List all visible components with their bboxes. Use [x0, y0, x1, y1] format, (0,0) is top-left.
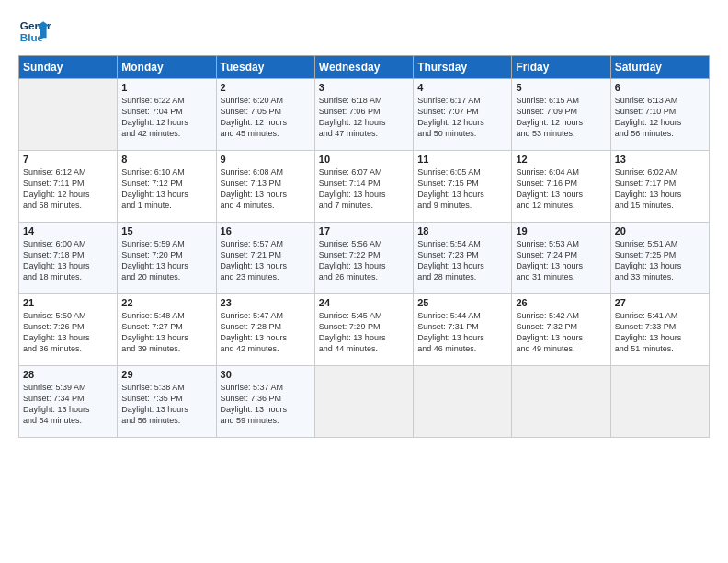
day-details: Sunrise: 5:57 AM Sunset: 7:21 PM Dayligh… [221, 238, 311, 283]
day-details: Sunrise: 5:38 AM Sunset: 7:35 PM Dayligh… [121, 382, 211, 427]
weekday-header-saturday: Saturday [610, 56, 709, 79]
day-details: Sunrise: 5:59 AM Sunset: 7:20 PM Dayligh… [121, 238, 211, 283]
day-number: 18 [417, 225, 507, 236]
calendar-cell: 11Sunrise: 6:05 AM Sunset: 7:15 PM Dayli… [414, 151, 512, 223]
calendar-cell: 26Sunrise: 5:42 AM Sunset: 7:32 PM Dayli… [512, 294, 610, 366]
calendar-cell: 2Sunrise: 6:20 AM Sunset: 7:05 PM Daylig… [216, 79, 314, 151]
day-details: Sunrise: 6:17 AM Sunset: 7:07 PM Dayligh… [417, 95, 507, 140]
calendar-cell: 5Sunrise: 6:15 AM Sunset: 7:09 PM Daylig… [512, 79, 610, 151]
calendar-cell: 30Sunrise: 5:37 AM Sunset: 7:36 PM Dayli… [216, 366, 314, 438]
weekday-header-row: SundayMondayTuesdayWednesdayThursdayFrid… [19, 56, 710, 79]
calendar-week-2: 7Sunrise: 6:12 AM Sunset: 7:11 PM Daylig… [19, 151, 710, 223]
day-number: 23 [221, 297, 311, 308]
day-number: 15 [121, 225, 211, 236]
calendar-cell: 15Sunrise: 5:59 AM Sunset: 7:20 PM Dayli… [118, 223, 216, 294]
day-number: 3 [319, 82, 409, 93]
calendar-cell: 18Sunrise: 5:54 AM Sunset: 7:23 PM Dayli… [414, 223, 512, 294]
day-details: Sunrise: 6:10 AM Sunset: 7:12 PM Dayligh… [121, 167, 211, 212]
day-details: Sunrise: 6:02 AM Sunset: 7:17 PM Dayligh… [615, 167, 705, 212]
day-number: 30 [221, 369, 311, 380]
day-details: Sunrise: 5:45 AM Sunset: 7:29 PM Dayligh… [319, 310, 409, 355]
day-number: 13 [615, 154, 705, 165]
day-details: Sunrise: 5:42 AM Sunset: 7:32 PM Dayligh… [516, 310, 606, 355]
day-number: 27 [615, 297, 705, 308]
day-number: 8 [121, 154, 211, 165]
day-details: Sunrise: 6:13 AM Sunset: 7:10 PM Dayligh… [615, 95, 705, 140]
day-details: Sunrise: 6:15 AM Sunset: 7:09 PM Dayligh… [516, 95, 606, 140]
day-number: 26 [516, 297, 606, 308]
day-details: Sunrise: 5:53 AM Sunset: 7:24 PM Dayligh… [516, 238, 606, 283]
day-details: Sunrise: 5:37 AM Sunset: 7:36 PM Dayligh… [221, 382, 311, 427]
calendar-cell: 23Sunrise: 5:47 AM Sunset: 7:28 PM Dayli… [216, 294, 314, 366]
day-details: Sunrise: 5:54 AM Sunset: 7:23 PM Dayligh… [417, 238, 507, 283]
day-details: Sunrise: 6:12 AM Sunset: 7:11 PM Dayligh… [23, 167, 113, 212]
day-details: Sunrise: 6:20 AM Sunset: 7:05 PM Dayligh… [221, 95, 311, 140]
day-details: Sunrise: 6:05 AM Sunset: 7:15 PM Dayligh… [417, 167, 507, 212]
day-number: 9 [221, 154, 311, 165]
logo: General Blue [18, 15, 51, 48]
day-number: 10 [319, 154, 409, 165]
day-number: 24 [319, 297, 409, 308]
calendar-week-4: 21Sunrise: 5:50 AM Sunset: 7:26 PM Dayli… [19, 294, 710, 366]
day-details: Sunrise: 5:48 AM Sunset: 7:27 PM Dayligh… [121, 310, 211, 355]
calendar-cell: 19Sunrise: 5:53 AM Sunset: 7:24 PM Dayli… [512, 223, 610, 294]
calendar-cell: 1Sunrise: 6:22 AM Sunset: 7:04 PM Daylig… [118, 79, 216, 151]
day-number: 29 [121, 369, 211, 380]
day-details: Sunrise: 6:07 AM Sunset: 7:14 PM Dayligh… [319, 167, 409, 212]
calendar-cell [512, 366, 610, 438]
calendar-cell [314, 366, 413, 438]
day-details: Sunrise: 6:08 AM Sunset: 7:13 PM Dayligh… [221, 167, 311, 212]
calendar-cell [414, 366, 512, 438]
calendar-cell [19, 79, 118, 151]
calendar-table: SundayMondayTuesdayWednesdayThursdayFrid… [18, 55, 710, 438]
calendar-cell: 4Sunrise: 6:17 AM Sunset: 7:07 PM Daylig… [414, 79, 512, 151]
day-number: 25 [417, 297, 507, 308]
weekday-header-sunday: Sunday [19, 56, 118, 79]
day-details: Sunrise: 6:22 AM Sunset: 7:04 PM Dayligh… [121, 95, 211, 140]
calendar-cell: 13Sunrise: 6:02 AM Sunset: 7:17 PM Dayli… [610, 151, 709, 223]
header: General Blue [18, 15, 710, 48]
weekday-header-friday: Friday [512, 56, 610, 79]
day-number: 6 [615, 82, 705, 93]
day-number: 17 [319, 225, 409, 236]
calendar-cell: 28Sunrise: 5:39 AM Sunset: 7:34 PM Dayli… [19, 366, 118, 438]
day-details: Sunrise: 6:04 AM Sunset: 7:16 PM Dayligh… [516, 167, 606, 212]
day-details: Sunrise: 5:47 AM Sunset: 7:28 PM Dayligh… [221, 310, 311, 355]
day-number: 11 [417, 154, 507, 165]
calendar-cell: 7Sunrise: 6:12 AM Sunset: 7:11 PM Daylig… [19, 151, 118, 223]
logo-icon: General Blue [18, 15, 51, 48]
day-details: Sunrise: 5:51 AM Sunset: 7:25 PM Dayligh… [615, 238, 705, 283]
day-number: 12 [516, 154, 606, 165]
calendar-cell: 6Sunrise: 6:13 AM Sunset: 7:10 PM Daylig… [610, 79, 709, 151]
calendar-cell: 17Sunrise: 5:56 AM Sunset: 7:22 PM Dayli… [314, 223, 413, 294]
day-details: Sunrise: 5:50 AM Sunset: 7:26 PM Dayligh… [23, 310, 113, 355]
day-details: Sunrise: 5:41 AM Sunset: 7:33 PM Dayligh… [615, 310, 705, 355]
calendar-cell: 9Sunrise: 6:08 AM Sunset: 7:13 PM Daylig… [216, 151, 314, 223]
calendar-cell: 24Sunrise: 5:45 AM Sunset: 7:29 PM Dayli… [314, 294, 413, 366]
calendar-cell: 12Sunrise: 6:04 AM Sunset: 7:16 PM Dayli… [512, 151, 610, 223]
day-details: Sunrise: 5:56 AM Sunset: 7:22 PM Dayligh… [319, 238, 409, 283]
calendar-cell: 21Sunrise: 5:50 AM Sunset: 7:26 PM Dayli… [19, 294, 118, 366]
weekday-header-monday: Monday [118, 56, 216, 79]
day-number: 1 [121, 82, 211, 93]
calendar-cell: 27Sunrise: 5:41 AM Sunset: 7:33 PM Dayli… [610, 294, 709, 366]
weekday-header-thursday: Thursday [414, 56, 512, 79]
day-details: Sunrise: 6:00 AM Sunset: 7:18 PM Dayligh… [23, 238, 113, 283]
calendar-cell [610, 366, 709, 438]
day-number: 22 [121, 297, 211, 308]
calendar-cell: 22Sunrise: 5:48 AM Sunset: 7:27 PM Dayli… [118, 294, 216, 366]
calendar-cell: 20Sunrise: 5:51 AM Sunset: 7:25 PM Dayli… [610, 223, 709, 294]
calendar-cell: 29Sunrise: 5:38 AM Sunset: 7:35 PM Dayli… [118, 366, 216, 438]
day-number: 4 [417, 82, 507, 93]
calendar-cell: 14Sunrise: 6:00 AM Sunset: 7:18 PM Dayli… [19, 223, 118, 294]
calendar-cell: 16Sunrise: 5:57 AM Sunset: 7:21 PM Dayli… [216, 223, 314, 294]
day-number: 20 [615, 225, 705, 236]
day-details: Sunrise: 6:18 AM Sunset: 7:06 PM Dayligh… [319, 95, 409, 140]
day-number: 5 [516, 82, 606, 93]
day-number: 16 [221, 225, 311, 236]
day-number: 19 [516, 225, 606, 236]
weekday-header-tuesday: Tuesday [216, 56, 314, 79]
day-number: 14 [23, 225, 113, 236]
calendar-cell: 25Sunrise: 5:44 AM Sunset: 7:31 PM Dayli… [414, 294, 512, 366]
page-container: General Blue SundayMondayTuesdayWednesda… [0, 0, 728, 447]
